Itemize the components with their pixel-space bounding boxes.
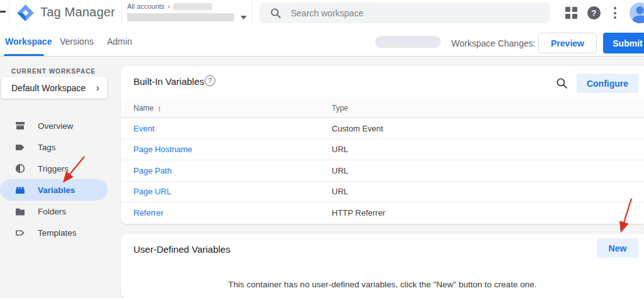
variable-link[interactable]: Page URL <box>133 187 171 196</box>
table-row: Page URL URL <box>121 182 644 203</box>
built-in-variables-table: Event Custom Event Page Hostname URL Pag… <box>121 118 644 224</box>
help-icon[interactable]: ? <box>587 6 601 19</box>
variables-icon <box>14 184 26 196</box>
sidebar-nav: Overview Tags Triggers <box>0 115 108 243</box>
sidebar-item-folders[interactable]: Folders <box>0 201 108 222</box>
table-row: Page Path URL <box>121 160 644 182</box>
sidebar-item-triggers[interactable]: Triggers <box>0 158 108 179</box>
user-defined-variables-title: User-Defined Variables <box>133 244 230 255</box>
empty-state-message: This container has no user-defined varia… <box>121 280 644 289</box>
built-in-help-icon[interactable]: ? <box>205 75 215 86</box>
current-workspace-label: CURRENT WORKSPACE <box>11 68 96 75</box>
person-icon <box>630 3 644 23</box>
trigger-icon <box>14 163 26 174</box>
variable-link[interactable]: Page Path <box>133 166 172 175</box>
workspace-changes: Workspace Changes: 0 <box>451 38 543 48</box>
avatar[interactable] <box>630 3 644 23</box>
tag-manager-logo-icon[interactable] <box>16 4 35 22</box>
tab-admin[interactable]: Admin <box>107 36 132 47</box>
container-selector[interactable] <box>127 13 247 21</box>
variable-type: HTTP Referrer <box>332 208 385 218</box>
configure-button[interactable]: Configure <box>577 74 638 93</box>
template-icon <box>14 227 26 238</box>
user-defined-variables-card: User-Defined Variables New This containe… <box>121 234 644 298</box>
folder-icon <box>14 206 26 217</box>
kebab-menu-icon[interactable] <box>614 7 616 19</box>
tab-versions[interactable]: Versions <box>60 36 94 47</box>
apps-grid-icon[interactable] <box>565 7 577 19</box>
sidebar-item-tags[interactable]: Tags <box>0 136 108 158</box>
preview-button[interactable]: Preview <box>538 33 597 53</box>
built-in-variables-card: Built-In Variables ? Configure Name ↑ Ty… <box>121 66 644 224</box>
new-variable-button[interactable]: New <box>597 238 638 258</box>
sidebar-item-templates[interactable]: Templates <box>0 222 108 243</box>
sort-ascending-icon: ↑ <box>157 104 162 113</box>
top-header: Tag Manager All accounts › ? <box>0 0 644 26</box>
container-name-redacted <box>127 13 234 21</box>
sidebar-item-overview[interactable]: Overview <box>0 115 108 136</box>
tab-workspace[interactable]: Workspace <box>5 36 52 47</box>
redacted-text <box>375 36 441 48</box>
search-input[interactable] <box>291 8 492 18</box>
chevron-right-icon: › <box>96 82 99 94</box>
table-search-icon[interactable] <box>556 77 568 89</box>
overview-icon <box>14 120 26 131</box>
search-icon <box>270 8 281 19</box>
built-in-variables-title: Built-In Variables <box>133 76 204 87</box>
chevron-down-icon <box>240 16 247 19</box>
sidebar-item-variables[interactable]: Variables <box>0 179 108 201</box>
variable-type: URL <box>332 166 348 175</box>
variable-link[interactable]: Page Hostname <box>133 145 192 154</box>
active-tab-indicator <box>4 54 44 56</box>
account-name-redacted <box>173 3 212 10</box>
variable-link[interactable]: Event <box>133 124 154 133</box>
workspace-search <box>259 3 550 23</box>
submit-button[interactable]: Submit <box>603 33 644 53</box>
variable-type: URL <box>332 187 348 196</box>
table-header: Name ↑ Type <box>121 99 644 118</box>
workspace-selector[interactable]: Default Workspace › <box>1 77 107 99</box>
breadcrumb-all-accounts-link[interactable]: All accounts <box>127 3 164 10</box>
tag-icon <box>14 141 26 153</box>
breadcrumb: All accounts › <box>127 3 247 21</box>
table-row: Event Custom Event <box>121 118 644 140</box>
gtm-app: Tag Manager All accounts › ? <box>0 0 644 298</box>
table-row: Page Hostname URL <box>121 140 644 161</box>
divider <box>252 1 252 25</box>
divider <box>9 1 9 25</box>
workspace-name: Default Workspace <box>11 83 86 93</box>
column-header-name[interactable]: Name ↑ <box>121 104 332 113</box>
table-row: Referrer HTTP Referrer <box>121 202 644 224</box>
app-title: Tag Manager <box>40 5 115 19</box>
window-dash <box>0 11 6 13</box>
variable-type: Custom Event <box>332 124 383 133</box>
divider <box>121 1 122 25</box>
column-header-type: Type <box>332 104 348 113</box>
content-area: CURRENT WORKSPACE Default Workspace › Ov… <box>0 57 644 298</box>
variable-type: URL <box>332 145 348 154</box>
variable-link[interactable]: Referrer <box>133 208 164 218</box>
breadcrumb-chevron-icon: › <box>167 3 170 10</box>
